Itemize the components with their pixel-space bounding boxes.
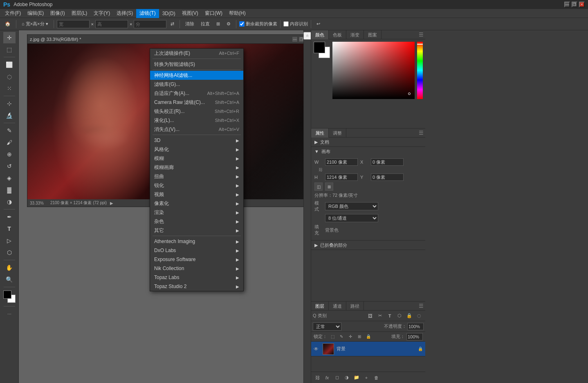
tab-pattern[interactable]: 图案 — [364, 30, 382, 39]
color-panel-menu-btn[interactable]: ☰ — [417, 30, 425, 39]
menu-help[interactable]: 帮助(H) — [226, 9, 249, 18]
move-tool-btn[interactable]: ✛ — [3, 32, 16, 43]
filter-topaz-labs[interactable]: Topaz Labs ▶ — [150, 273, 243, 282]
canvas-h-input[interactable] — [325, 173, 358, 181]
layer-mask-btn[interactable]: ◻ — [332, 374, 341, 382]
lock-transparent-btn[interactable]: ⬚ — [329, 333, 336, 340]
lock-position-btn[interactable]: ✛ — [347, 333, 354, 340]
canvas-x-input[interactable] — [371, 158, 404, 166]
maximize-button[interactable]: ❐ — [572, 2, 577, 7]
brush-tool-btn[interactable]: 🖌 — [3, 137, 16, 148]
canvas-fill-btn[interactable]: ⊞ — [325, 182, 333, 191]
filter-other[interactable]: 其它 ▶ — [150, 226, 243, 235]
tab-adjustments[interactable]: 调整 — [329, 128, 346, 137]
strip-collapse-btn[interactable]: « — [303, 32, 312, 40]
crop-tool-btn[interactable]: ⊹ — [3, 98, 16, 109]
canvas-win-controls[interactable]: — ❐ ✕ — [292, 37, 303, 42]
canvas-y-input[interactable] — [371, 173, 404, 181]
tab-gradient[interactable]: 渐变 — [346, 30, 364, 39]
layer-filter-adj-btn[interactable]: ✂ — [375, 312, 384, 320]
filter-video[interactable]: 视频 ▶ — [150, 190, 243, 199]
canvas-fit-btn[interactable]: ◫ — [314, 182, 323, 191]
width-input[interactable] — [57, 20, 90, 28]
hue-bar[interactable] — [417, 42, 423, 99]
color-spectrum[interactable] — [332, 42, 415, 99]
settings-button[interactable]: ⚙ — [224, 20, 233, 29]
fg-bg-swatches[interactable] — [314, 42, 330, 58]
layer-link-btn[interactable]: ⛓ — [313, 374, 322, 382]
lock-all-btn[interactable]: 🔒 — [365, 333, 372, 340]
eyedropper-tool-btn[interactable]: 🔬 — [3, 110, 16, 121]
path-select-btn[interactable]: ▷ — [3, 235, 16, 246]
layer-filter-shape-btn[interactable]: ⬡ — [395, 312, 404, 320]
layer-delete-btn[interactable]: 🗑 — [372, 374, 381, 382]
filter-exposure[interactable]: Exposure Software ▶ — [150, 255, 243, 264]
canvas-w-input[interactable] — [325, 158, 358, 166]
type-tool-btn[interactable]: T — [3, 223, 16, 234]
layers-menu-btn[interactable]: ☰ — [417, 302, 425, 310]
filter-neural[interactable]: 神经网络AI滤镜... — [150, 71, 243, 80]
menu-file[interactable]: 文件(F) — [2, 9, 24, 18]
filter-distort[interactable]: 扭曲 ▶ — [150, 172, 243, 181]
layer-filter-img-btn[interactable]: 🖼 — [366, 312, 375, 320]
lock-image-btn[interactable]: ✎ — [338, 333, 345, 340]
lasso-tool-btn[interactable]: ◌ — [3, 71, 16, 82]
layer-adjustment-btn[interactable]: ◑ — [342, 374, 351, 382]
tab-layers[interactable]: 图层 — [311, 302, 329, 311]
undo-button[interactable]: ↩ — [314, 20, 323, 29]
tab-swatches[interactable]: 色板 — [329, 30, 346, 39]
artboard-tool-btn[interactable]: ⬚ — [3, 44, 16, 55]
filter-vanish[interactable]: 消失点(V)... Alt+Ctrl+V — [150, 125, 243, 134]
layer-filter-active-btn[interactable]: ◌ — [415, 312, 424, 320]
shape-tool-btn[interactable]: ⬡ — [3, 247, 16, 258]
fg-color-swatch[interactable] — [314, 42, 325, 53]
layer-fx-btn[interactable]: fx — [323, 374, 332, 382]
extra-section-header[interactable]: ▶ 已折叠的部分 — [311, 241, 425, 250]
zoom-tool-btn[interactable]: 🔍 — [3, 274, 16, 285]
filter-adaptive[interactable]: 自适应广角(A)... Alt+Shift+Ctrl+A — [150, 89, 243, 98]
menu-image[interactable]: 图像(I) — [47, 9, 68, 18]
content-aware-check[interactable]: 内容识别 — [283, 21, 308, 27]
filter-3d[interactable]: 3D ▶ — [150, 136, 243, 145]
menu-select[interactable]: 选择(S) — [113, 9, 136, 18]
menu-3d[interactable]: 3D(D) — [159, 9, 179, 18]
tab-properties[interactable]: 属性 — [311, 128, 329, 137]
hand-tool-btn[interactable]: ✋ — [3, 262, 16, 273]
filter-gallery[interactable]: 滤镜库(G)... — [150, 80, 243, 89]
filter-athentech[interactable]: Athentech Imaging ▶ — [150, 237, 243, 246]
filter-lenscorrect[interactable]: 镜头校正(R)... Shift+Ctrl+R — [150, 107, 243, 116]
crop-pixels-check[interactable]: 删余裁剪的像素 — [239, 21, 277, 27]
opacity-input[interactable] — [407, 323, 424, 330]
depth-select[interactable]: 8 位/通道 16 位/通道 32 位/通道 — [325, 214, 378, 222]
dodge-tool-btn[interactable]: ◑ — [3, 196, 16, 207]
menu-view[interactable]: 视图(V) — [179, 9, 202, 18]
tab-paths[interactable]: 路径 — [346, 302, 364, 311]
layer-mode-select[interactable]: 正常 溶解 正片叠底 — [313, 322, 341, 331]
tab-color[interactable]: 颜色 — [311, 30, 329, 39]
stamp-tool-btn[interactable]: ⊕ — [3, 149, 16, 160]
layer-visibility-icon[interactable]: 👁 — [314, 346, 320, 352]
filter-sharpen[interactable]: 锐化 ▶ — [150, 181, 243, 190]
clear-button[interactable]: 清除 — [183, 20, 197, 29]
swap-button[interactable]: ⇄ — [168, 20, 177, 29]
color-swatches[interactable] — [3, 291, 16, 303]
menu-filter[interactable]: 滤镜(T) — [136, 9, 159, 18]
res-input[interactable] — [134, 20, 166, 28]
filter-blur[interactable]: 模糊 ▶ — [150, 154, 243, 163]
menu-layer[interactable]: 图层(L) — [68, 9, 91, 18]
menu-edit[interactable]: 编辑(E) — [24, 9, 47, 18]
title-bar-controls[interactable]: — ❐ ✕ — [564, 2, 585, 7]
filter-topaz-studio[interactable]: Topaz Studio 2 ▶ — [150, 282, 243, 291]
mode-select[interactable]: RGB 颜色 CMYK 颜色 灰度 — [325, 202, 378, 210]
crop-mode-button[interactable]: ⌂ 宽×高×分 ▾ — [19, 20, 51, 29]
grid-button[interactable]: ⊞ — [214, 20, 222, 29]
filter-cameraraw[interactable]: Camera Raw 滤镜(C)... Shift+Ctrl+A — [150, 98, 243, 107]
canvas-arrow[interactable]: ▶ — [110, 201, 113, 205]
pen-tool-btn[interactable]: ✒ — [3, 211, 16, 223]
close-button[interactable]: ✕ — [579, 2, 585, 7]
fill-input[interactable] — [406, 333, 423, 340]
filter-dxo[interactable]: DxO Labs ▶ — [150, 246, 243, 255]
filter-smart[interactable]: 转换为智能滤镜(S) — [150, 60, 243, 69]
filter-render[interactable]: 渲染 ▶ — [150, 208, 243, 217]
menu-window[interactable]: 窗口(W) — [202, 9, 226, 18]
